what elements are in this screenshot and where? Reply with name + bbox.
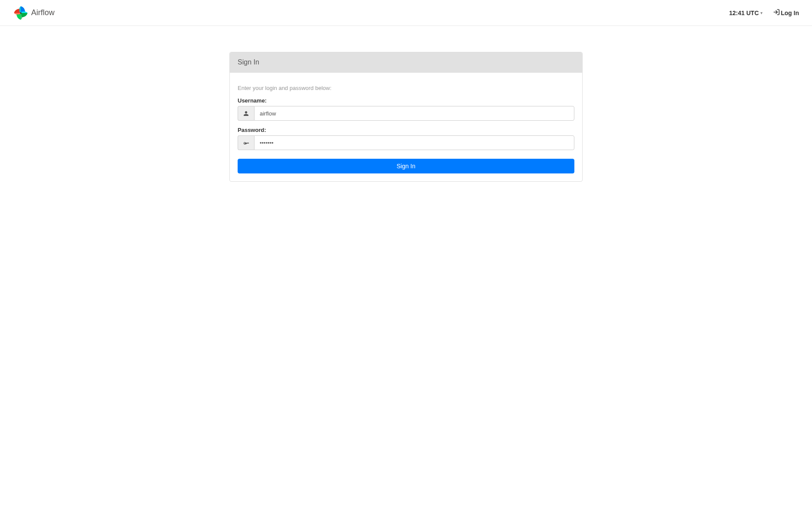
signin-button[interactable]: Sign In bbox=[238, 159, 574, 173]
username-label: Username: bbox=[238, 97, 574, 104]
panel-body: Enter your login and password below: Use… bbox=[230, 73, 582, 181]
login-icon bbox=[773, 9, 780, 17]
brand-text: Airflow bbox=[31, 8, 55, 17]
navbar-left: Airflow bbox=[13, 5, 55, 21]
panel-title: Sign In bbox=[230, 52, 582, 73]
key-icon bbox=[238, 135, 254, 150]
username-input[interactable] bbox=[254, 106, 574, 121]
chevron-down-icon: ▾ bbox=[760, 11, 763, 15]
password-group bbox=[238, 135, 574, 150]
instructions-text: Enter your login and password below: bbox=[238, 85, 574, 91]
signin-panel: Sign In Enter your login and password be… bbox=[229, 52, 583, 182]
brand-link[interactable]: Airflow bbox=[13, 5, 55, 21]
svg-point-0 bbox=[20, 12, 21, 13]
username-group bbox=[238, 106, 574, 121]
airflow-logo-icon bbox=[13, 5, 29, 21]
password-input[interactable] bbox=[254, 135, 574, 150]
login-label: Log In bbox=[781, 10, 799, 16]
navbar-right: 12:41 UTC ▾ Log In bbox=[729, 9, 799, 17]
user-icon bbox=[238, 106, 254, 121]
password-label: Password: bbox=[238, 127, 574, 133]
main-container: Sign In Enter your login and password be… bbox=[221, 52, 591, 182]
top-navbar: Airflow 12:41 UTC ▾ Log In bbox=[0, 0, 812, 26]
clock-time: 12:41 UTC bbox=[729, 10, 759, 16]
login-link[interactable]: Log In bbox=[773, 9, 799, 17]
clock-dropdown[interactable]: 12:41 UTC ▾ bbox=[729, 10, 763, 16]
